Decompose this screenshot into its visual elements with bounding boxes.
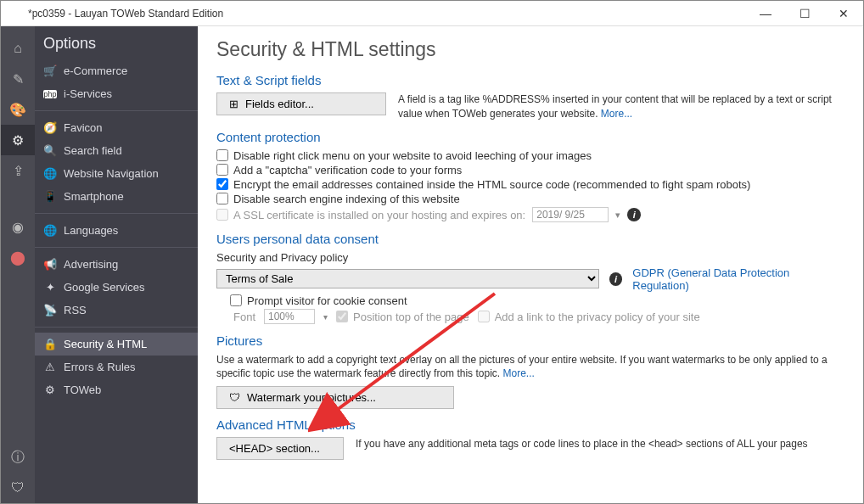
cart-icon: 🛒 <box>43 64 57 77</box>
sparkle-icon: ✦ <box>43 281 57 294</box>
section-textscript-heading: Text & Script fields <box>216 73 844 87</box>
font-size-input[interactable] <box>264 309 315 324</box>
sidebar-header: Options <box>35 31 198 59</box>
search-icon: 🔍 <box>43 144 57 157</box>
toolstrip: ⌂ ✎ 🎨 ⚙ ⇪ ◉ ⬤ ⓘ 🛡 <box>1 26 35 503</box>
minimize-button[interactable]: — <box>746 1 785 26</box>
info-icon[interactable]: i <box>609 272 623 286</box>
tool-home-icon[interactable]: ⌂ <box>1 33 35 64</box>
section-consent-heading: Users personal data consent <box>216 232 844 246</box>
sidebar-item-search[interactable]: 🔍Search field <box>35 139 198 162</box>
php-icon: php <box>43 90 57 98</box>
app-icon <box>6 5 23 22</box>
chk-encrypt-email[interactable]: Encrypt the email addresses contained in… <box>216 178 844 191</box>
warning-icon: ⚠ <box>43 361 57 373</box>
more-link[interactable]: More... <box>601 108 632 120</box>
sidebar-item-label: RSS <box>64 304 87 316</box>
tool-publish-icon[interactable]: ⇪ <box>1 155 35 186</box>
tool-shield-icon[interactable]: 🛡 <box>1 473 35 503</box>
phone-icon: 📱 <box>43 190 57 203</box>
sidebar: Options 🛒e-Commerce phpi-Services 🧭Favic… <box>35 26 198 503</box>
tool-edit-icon[interactable]: ✎ <box>1 64 35 94</box>
ssl-date-input[interactable] <box>532 207 609 222</box>
compass-icon: 🧭 <box>43 121 57 134</box>
section-protection-heading: Content protection <box>216 130 844 144</box>
advanced-desc: If you have any additional meta tags or … <box>356 437 844 451</box>
chk-ssl: A SSL certificate is installed on your h… <box>216 209 525 221</box>
section-pictures-heading: Pictures <box>216 333 844 348</box>
sidebar-item-label: i-Services <box>64 87 112 100</box>
gdpr-link[interactable]: GDPR (General Data Protection Regulation… <box>632 266 844 292</box>
chk-add-link: Add a link to the privacy policy of your… <box>478 311 700 323</box>
separator <box>35 327 198 328</box>
sidebar-item-label: TOWeb <box>64 384 101 396</box>
page-title: Security & HTML settings <box>216 38 844 61</box>
head-section-button[interactable]: <HEAD> section... <box>216 437 344 460</box>
globe-icon: 🌐 <box>43 167 57 180</box>
privacy-policy-select[interactable]: Terms of Sale <box>216 269 599 288</box>
tool-help-icon[interactable]: ⓘ <box>1 442 35 473</box>
sidebar-item-smartphone[interactable]: 📱Smartphone <box>35 185 198 208</box>
maximize-button[interactable]: ☐ <box>785 1 824 26</box>
button-label: Watermark your pictures... <box>247 391 376 404</box>
more-link[interactable]: More... <box>502 367 534 379</box>
separator <box>35 213 198 214</box>
titlebar: *pc0359 - Lauyan TOWeb Standard Edition … <box>1 1 863 26</box>
sidebar-item-google[interactable]: ✦Google Services <box>35 276 198 299</box>
sidebar-item-languages[interactable]: 🌐Languages <box>35 219 198 242</box>
tool-theme-icon[interactable]: 🎨 <box>1 94 35 125</box>
chk-disable-rightclick[interactable]: Disable right click menu on your website… <box>216 149 844 162</box>
tool-settings-icon[interactable]: ⚙ <box>1 125 35 155</box>
separator <box>35 247 198 248</box>
shield-icon: 🛡 <box>229 391 240 404</box>
tag-icon: ⊞ <box>229 98 238 110</box>
chk-captcha[interactable]: Add a "captcha" verification code to you… <box>216 164 844 176</box>
sidebar-item-label: Favicon <box>64 121 103 134</box>
textscript-desc: A field is a tag like %ADDRESS% inserted… <box>398 92 844 121</box>
pictures-desc: Use a watermark to add a copyright text … <box>216 353 844 382</box>
sidebar-item-navigation[interactable]: 🌐Website Navigation <box>35 162 198 185</box>
sidebar-item-rss[interactable]: 📡RSS <box>35 299 198 322</box>
dropdown-icon[interactable]: ▾ <box>615 210 620 221</box>
sidebar-item-advertising[interactable]: 📢Advertising <box>35 253 198 276</box>
button-label: Fields editor... <box>245 98 314 110</box>
sidebar-item-toweb[interactable]: ⚙TOWeb <box>35 378 198 401</box>
watermark-button[interactable]: 🛡Watermark your pictures... <box>216 386 454 409</box>
button-label: <HEAD> section... <box>229 442 320 455</box>
sidebar-item-security[interactable]: 🔒Security & HTML <box>35 333 198 356</box>
lock-icon: 🔒 <box>43 338 57 350</box>
sidebar-item-label: Smartphone <box>64 190 124 203</box>
tool-preview-icon[interactable]: ◉ <box>1 211 35 242</box>
tool-record-icon[interactable]: ⬤ <box>1 242 35 272</box>
sidebar-item-label: Languages <box>64 224 118 237</box>
sidebar-item-iservices[interactable]: phpi-Services <box>35 82 198 105</box>
megaphone-icon: 📢 <box>43 258 57 271</box>
content-pane: Security & HTML settings Text & Script f… <box>198 26 863 503</box>
sidebar-item-label: e-Commerce <box>64 64 127 77</box>
chk-position-top: Position top of the page <box>336 311 469 323</box>
sidebar-item-label: Security & HTML <box>64 338 147 350</box>
globe-icon: 🌐 <box>43 224 57 237</box>
sidebar-item-label: Advertising <box>64 258 118 271</box>
sidebar-item-ecommerce[interactable]: 🛒e-Commerce <box>35 59 198 82</box>
info-icon[interactable]: i <box>627 208 641 221</box>
fields-editor-button[interactable]: ⊞Fields editor... <box>216 92 386 115</box>
window-title: *pc0359 - Lauyan TOWeb Standard Edition <box>28 8 746 20</box>
sidebar-item-label: Website Navigation <box>64 167 159 180</box>
chk-disable-indexing[interactable]: Disable search engine indexing of this w… <box>216 193 844 205</box>
font-label: Font <box>233 311 255 323</box>
chk-cookie-consent[interactable]: Prompt visitor for cookie consent <box>230 294 844 307</box>
sidebar-item-favicon[interactable]: 🧭Favicon <box>35 116 198 139</box>
separator <box>35 110 198 111</box>
sidebar-item-label: Search field <box>64 144 122 157</box>
section-advanced-heading: Advanced HTML options <box>216 417 844 432</box>
gear-icon: ⚙ <box>43 384 57 396</box>
rss-icon: 📡 <box>43 304 57 316</box>
privacy-policy-label: Security and Privacy policy <box>216 251 844 264</box>
close-button[interactable]: ✕ <box>824 1 863 26</box>
sidebar-item-errors[interactable]: ⚠Errors & Rules <box>35 356 198 378</box>
sidebar-item-label: Google Services <box>64 281 144 294</box>
sidebar-item-label: Errors & Rules <box>64 361 136 373</box>
